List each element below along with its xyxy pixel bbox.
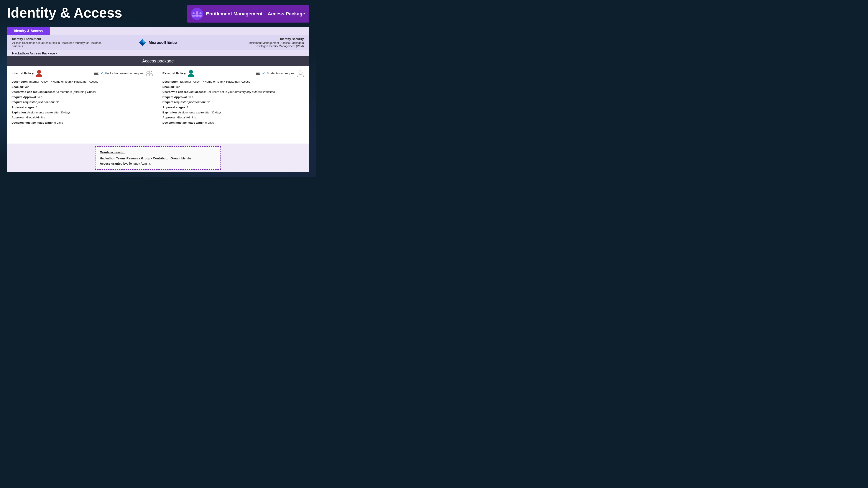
outline-person-icon (297, 69, 305, 77)
multi-person-icon-internal (146, 70, 154, 76)
grants-resource: Hackathon Teams Resource Group - Contrib… (100, 156, 216, 161)
ext-stages-label: Approval stages (162, 106, 185, 109)
checkmark-icon-ext: ✔ (262, 70, 265, 76)
svg-point-19 (149, 74, 153, 76)
int-enabled-label: Enabled (11, 85, 23, 89)
info-right: Identity Security Entitlement Management… (207, 37, 304, 48)
info-bar: Identity Enablement Access Hackathon Clo… (7, 35, 309, 50)
grants-granted-value: Tenancy Admins (129, 162, 151, 165)
tab-identity-access[interactable]: Identity & Access (7, 27, 50, 35)
svg-marker-11 (143, 42, 146, 46)
external-policy-body: Description: External Policy – <Name of … (162, 79, 305, 125)
int-decision-value: 5 days (54, 121, 63, 124)
int-approval-value: Yes (37, 95, 42, 99)
ext-users-value: For users not in your directory (207, 90, 247, 94)
internal-policy-body: Description: Internal Policy – <Name of … (11, 79, 154, 125)
entitlement-management-icon (191, 8, 203, 20)
svg-point-3 (192, 12, 195, 14)
svg-marker-12 (139, 42, 143, 46)
grants-resource-value: Member (181, 157, 192, 160)
svg-point-21 (188, 74, 194, 77)
ext-desc-value: External Policy – <Name of Team> Hackath… (180, 80, 250, 83)
ext-approval-label: Require Approval (162, 95, 187, 99)
internal-request-label: Hackathon users can request (105, 71, 144, 76)
badge-title: Entitlement Management – Access Package (206, 11, 305, 17)
grants-title: Grants access to: (100, 150, 216, 155)
ext-justification-value: No (207, 100, 210, 104)
svg-point-16 (147, 71, 149, 74)
badge-box: Entitlement Management – Access Package (187, 5, 309, 23)
identity-enablement-body: Access Hackathon Cloud resources in Hack… (12, 41, 110, 48)
int-approver-value: Global Admins (26, 116, 45, 119)
int-enabled-value: Yes (25, 85, 29, 89)
ext-approver-label: Approver (162, 116, 176, 119)
int-decision-label: Decision must be made within (11, 121, 54, 124)
svg-point-20 (189, 70, 193, 74)
svg-point-4 (192, 15, 195, 17)
grants-resource-label: Hackathon Teams Resource Group - Contrib… (100, 157, 180, 160)
int-stages-value: 1 (36, 106, 38, 109)
ext-approval-value: Yes (188, 95, 193, 99)
ext-expiration-label: Expiration (162, 111, 177, 114)
policies-row: Internal Policy ✔ (7, 66, 309, 144)
int-expiration-label: Expiration (11, 111, 26, 114)
external-policy-col: External Policy ✔ Students (158, 66, 309, 143)
svg-point-2 (195, 14, 199, 17)
external-request-label: Students can request (267, 71, 295, 76)
svg-point-6 (199, 15, 202, 17)
external-policy-header: External Policy ✔ Students (162, 69, 305, 77)
identity-security-title: Identity Security (207, 37, 304, 41)
internal-policy-request-info: ✔ Hackathon users can request (94, 70, 153, 76)
identity-enablement-title: Identity Enablement (12, 37, 110, 41)
int-desc-value: Internal Policy – <Name of Team> Hackath… (29, 80, 98, 83)
subtitle-bar: Hackathon Access Package - (7, 50, 309, 56)
int-justification-value: No (56, 100, 59, 104)
svg-point-14 (37, 70, 41, 74)
svg-point-15 (36, 74, 42, 77)
svg-point-22 (299, 71, 302, 74)
hackathon-subtitle: Hackathon Access Package - (12, 52, 57, 55)
info-center: Microsoft Entra (110, 39, 207, 46)
external-policy-request-info: ✔ Students can request (256, 69, 305, 77)
svg-marker-13 (139, 39, 143, 42)
int-justification-label: Require requestor justification (11, 100, 54, 104)
int-approver-label: Approver (11, 116, 25, 119)
checkmark-icon: ✔ (100, 70, 103, 76)
identity-security-line1: Entitlement Management (Access Packages) (207, 41, 304, 44)
int-users-label: Users who can request access (11, 90, 54, 94)
svg-point-18 (149, 71, 152, 74)
ext-decision-label: Decision must be made within (162, 121, 205, 124)
page-content: Identity & Access Entitlement Management… (0, 0, 316, 177)
ext-users-label: Users who can request access (162, 90, 205, 94)
internal-policy-title: Internal Policy (11, 71, 34, 76)
grants-granted-label: Access granted by: (100, 162, 128, 165)
svg-point-5 (199, 12, 202, 14)
int-expiration-value: Assignments expire after 30 days (27, 111, 71, 114)
internal-policy-header: Internal Policy ✔ (11, 69, 154, 77)
access-package-header: Access package (7, 56, 309, 66)
main-card: Identity & Access Identity Enablement Ac… (7, 27, 309, 172)
int-desc-label: Description (11, 80, 28, 83)
int-users-value: All members (excluding Guest) (56, 90, 96, 94)
ext-expiration-value: Assignments expire after 30 days (178, 111, 222, 114)
identity-security-line2: Privileged Identity Management (PAM) (207, 44, 304, 48)
ext-justification-label: Require requestor justification (162, 100, 205, 104)
internal-policy-col: Internal Policy ✔ (7, 66, 158, 143)
external-policy-title: External Policy (162, 71, 186, 76)
ext-stages-value: 1 (187, 106, 189, 109)
microsoft-entra-label: Microsoft Entra (149, 40, 177, 45)
microsoft-entra-icon (139, 39, 147, 46)
ext-enabled-label: Enabled (162, 85, 174, 89)
access-package-container: Access package Internal Policy (7, 56, 309, 172)
tab-row: Identity & Access (7, 27, 309, 35)
internal-policy-person-icon (36, 69, 42, 77)
info-left: Identity Enablement Access Hackathon Clo… (12, 37, 110, 48)
bottom-row: Grants access to: Hackathon Teams Resour… (7, 144, 309, 172)
grants-access-by: Access granted by: Tenancy Admins (100, 161, 216, 166)
int-stages-label: Approval stages (11, 106, 34, 109)
lines-icon (94, 72, 98, 75)
ext-approver-value: Global Admins (177, 116, 196, 119)
ext-desc-label: Description (162, 80, 179, 83)
page-title: Identity & Access (7, 5, 122, 21)
lines-icon-ext (256, 72, 260, 75)
